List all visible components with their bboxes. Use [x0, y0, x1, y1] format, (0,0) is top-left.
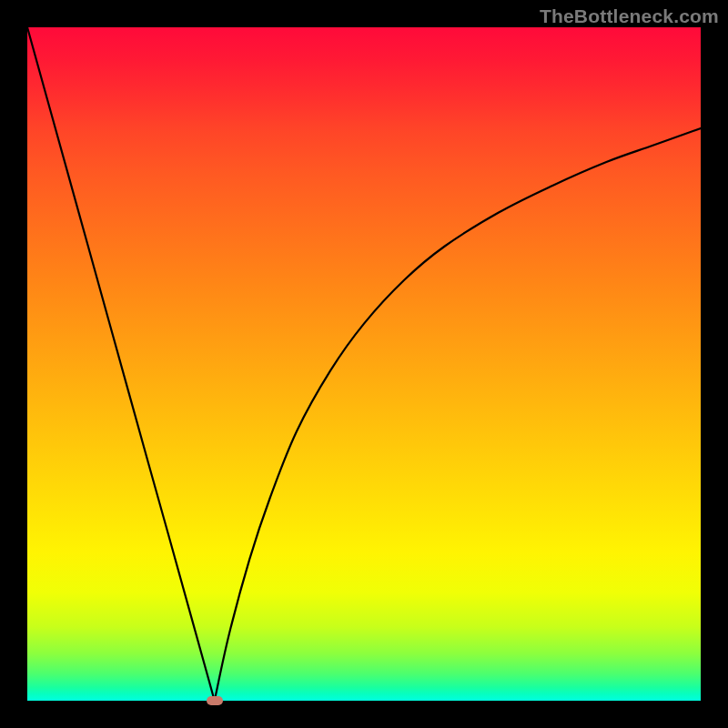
right-branch-path — [215, 128, 701, 701]
watermark-text: TheBottleneck.com — [540, 5, 719, 27]
curve-layer — [27, 27, 701, 701]
left-branch-path — [27, 27, 215, 701]
plot-area — [27, 27, 701, 701]
chart-frame: TheBottleneck.com — [0, 0, 728, 728]
minimum-marker — [207, 696, 223, 705]
